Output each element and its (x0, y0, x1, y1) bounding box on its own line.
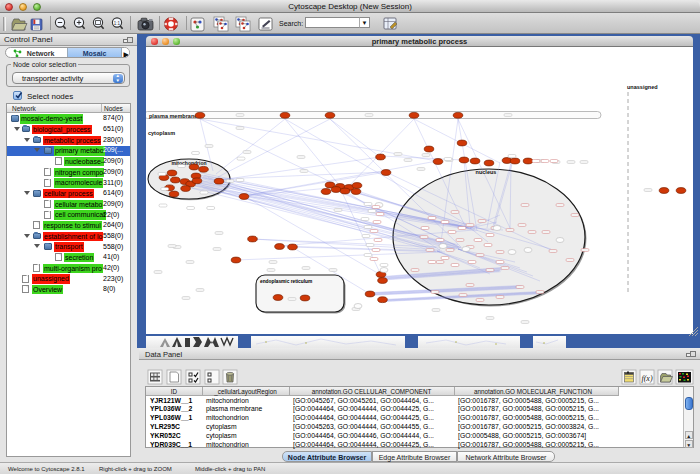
svg-text:f(x): f(x) (641, 374, 652, 383)
svg-text:cytoplasm: cytoplasm (148, 130, 175, 136)
svg-text:endoplasmic reticulum: endoplasmic reticulum (260, 279, 312, 284)
svg-text:nucleus: nucleus (476, 169, 497, 175)
svg-text:1:1: 1:1 (114, 21, 121, 26)
svg-text:mitochondrion: mitochondrion (172, 160, 207, 166)
svg-text:plasma membrane: plasma membrane (149, 113, 197, 119)
svg-text:unassigned: unassigned (627, 84, 658, 90)
